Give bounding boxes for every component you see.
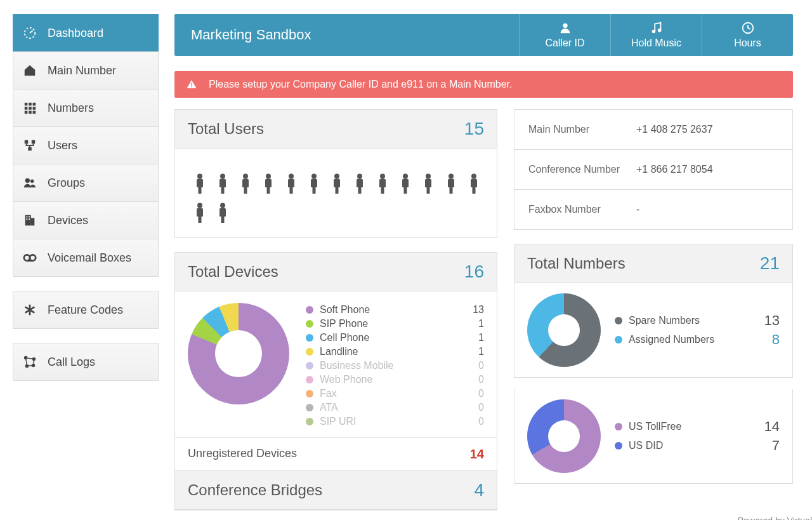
legend-label: Landline: [320, 345, 358, 359]
sidebar-item-users[interactable]: Users: [13, 126, 159, 164]
page-title: Marketing Sandbox: [174, 14, 519, 56]
info-value: -: [636, 204, 639, 215]
card-title: Total Numbers: [527, 255, 625, 272]
legend-swatch: [615, 442, 622, 450]
sidebar-item-label: Users: [48, 139, 77, 152]
sidebar-item-label: Dashboard: [48, 27, 103, 40]
legend-label: US DID: [629, 436, 663, 455]
asterisk-icon: [22, 303, 37, 317]
legend-label: US TollFree: [629, 417, 681, 436]
legend-item: Business Mobile 0: [306, 359, 484, 373]
info-value: +1 866 217 8054: [636, 164, 713, 175]
topbar-btn-label: Hours: [734, 37, 761, 49]
info-label: Main Number: [528, 124, 636, 135]
sidebar-item-label: Numbers: [48, 102, 94, 115]
legend-swatch: [306, 362, 313, 370]
legend-value: 0: [465, 359, 484, 373]
topbar-btn-label: Caller ID: [545, 37, 584, 49]
sidebar-item-label: Devices: [48, 214, 88, 227]
legend-swatch: [306, 334, 313, 342]
card-total-users: Total Users 15: [174, 109, 497, 238]
unregistered-devices-row: Unregistered Devices 14: [175, 437, 497, 470]
unregistered-label: Unregistered Devices: [188, 447, 297, 462]
voicemail-icon: [22, 251, 37, 265]
warning-icon: [186, 79, 197, 90]
legend-item: ATA 0: [306, 401, 484, 415]
legend-value: 0: [465, 415, 484, 429]
sidebar-item-voicemail-boxes[interactable]: Voicemail Boxes: [13, 239, 159, 277]
legend-swatch: [306, 418, 313, 425]
legend-swatch: [306, 404, 313, 411]
sidebar-item-numbers[interactable]: Numbers: [13, 89, 159, 126]
legend-item: Soft Phone 13: [306, 303, 484, 317]
legend-value: 1: [465, 331, 484, 345]
info-label: Conference Number: [528, 164, 636, 175]
home-icon: [22, 63, 37, 77]
sidebar-item-groups[interactable]: Groups: [13, 164, 159, 201]
sidebar-item-label: Feature Codes: [48, 303, 123, 317]
numbers-allocation-donut: [527, 293, 601, 367]
grid-icon: [22, 101, 37, 115]
legend-label: Spare Numbers: [629, 311, 700, 330]
sidebar-item-call-logs[interactable]: Call Logs: [13, 343, 159, 381]
legend-item: SIP URI 0: [306, 415, 484, 429]
clock-icon: [741, 21, 755, 35]
devices-donut-chart: [188, 303, 289, 404]
legend-value: 1: [465, 317, 484, 331]
legend-label: Fax: [320, 387, 337, 401]
legend-label: Cell Phone: [320, 331, 369, 345]
users-icon-grid: [190, 171, 484, 226]
conference-count: 4: [474, 480, 484, 500]
person-icon: [259, 171, 278, 197]
legend-swatch: [615, 423, 622, 430]
topbar: Marketing Sandbox Caller ID Hold Music H…: [174, 14, 793, 56]
devices-legend: Soft Phone 13 SIP Phone 1 Cell Phone 1 L…: [306, 303, 484, 429]
person-icon: [464, 171, 483, 197]
numbers-type-donut: [527, 399, 601, 473]
legend-value: 0: [465, 387, 484, 401]
sidebar-item-feature-codes[interactable]: Feature Codes: [13, 291, 159, 329]
info-value: +1 408 275 2637: [636, 124, 713, 135]
topbar-hold-music-button[interactable]: Hold Music: [610, 14, 702, 56]
legend-value: 1: [465, 345, 484, 359]
info-row: Faxbox Number -: [514, 190, 792, 229]
person-icon: [304, 171, 324, 197]
legend-item: Assigned Numbers 8: [615, 330, 780, 349]
card-title: Total Users: [188, 120, 264, 138]
user-tree-icon: [22, 138, 37, 152]
legend-item: Web Phone 0: [306, 373, 484, 387]
legend-value: 14: [764, 417, 780, 436]
topbar-hours-button[interactable]: Hours: [702, 14, 793, 56]
card-title: Conference Bridges: [188, 481, 322, 499]
sidebar-item-devices[interactable]: Devices: [13, 201, 159, 239]
devices-count: 16: [464, 262, 484, 282]
gauge-icon: [22, 26, 37, 40]
person-icon: [190, 171, 209, 197]
legend-item: Spare Numbers 13: [615, 311, 780, 330]
sidebar-item-dashboard[interactable]: Dashboard: [13, 14, 159, 51]
legend-item: SIP Phone 1: [306, 317, 484, 331]
numbers-count: 21: [760, 253, 780, 274]
legend-item: Landline 1: [306, 345, 484, 359]
card-total-devices: Total Devices 16 Soft Phone 13 SIP Phone…: [174, 252, 497, 510]
legend-label: ATA: [320, 401, 338, 415]
legend-label: Web Phone: [320, 373, 372, 387]
sidebar-item-main-number[interactable]: Main Number: [13, 51, 159, 89]
person-icon: [327, 171, 346, 197]
sidebar-item-label: Main Number: [48, 64, 116, 77]
person-icon: [282, 171, 301, 197]
legend-value: 13: [465, 303, 484, 317]
legend-item: US DID 7: [615, 436, 780, 455]
legend-label: Soft Phone: [320, 303, 370, 317]
legend-value: 7: [772, 436, 780, 455]
info-row: Conference Number +1 866 217 8054: [514, 150, 792, 190]
legend-value: 0: [465, 401, 484, 415]
numbers-allocation-block: Spare Numbers 13 Assigned Numbers 8: [514, 283, 793, 378]
sidebar-item-label: Call Logs: [48, 356, 95, 369]
legend-item: Fax 0: [306, 387, 484, 401]
topbar-btn-label: Hold Music: [631, 37, 681, 49]
topbar-caller-id-button[interactable]: Caller ID: [519, 14, 610, 56]
person-icon: [213, 201, 232, 226]
person-icon: [190, 201, 209, 226]
legend-value: 13: [764, 311, 780, 330]
